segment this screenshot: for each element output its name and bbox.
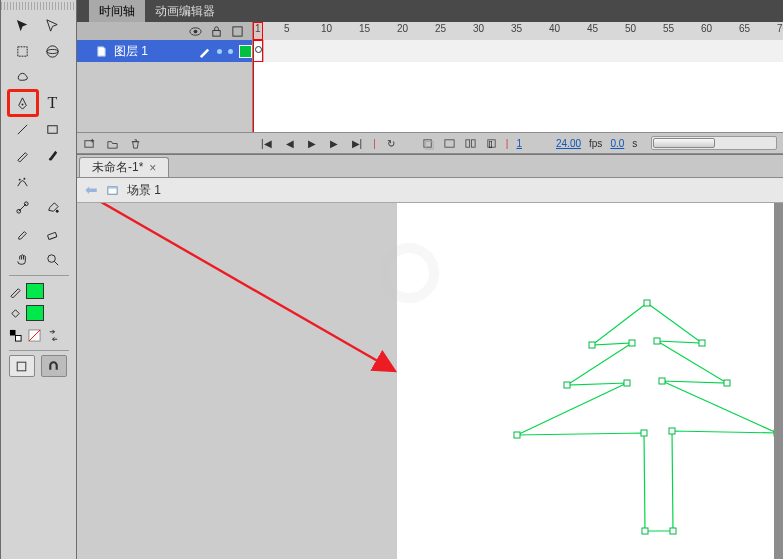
frame-ruler[interactable]: 1 5 10 15 20 25 30 35 40 45 50 55 60 65 … xyxy=(252,22,783,40)
timeline-scrollbar[interactable] xyxy=(651,136,777,150)
outline-icon[interactable] xyxy=(231,25,244,38)
black-and-white-icon[interactable] xyxy=(9,329,22,342)
scene-name[interactable]: 场景 1 xyxy=(127,182,161,199)
svg-rect-27 xyxy=(466,139,470,146)
svg-rect-46 xyxy=(629,340,635,346)
svg-rect-11 xyxy=(47,232,57,239)
line-tool[interactable] xyxy=(9,117,37,141)
svg-rect-42 xyxy=(641,430,647,436)
new-layer-icon[interactable] xyxy=(83,137,96,150)
svg-point-20 xyxy=(194,29,198,33)
svg-rect-34 xyxy=(699,340,705,346)
options-icon[interactable] xyxy=(9,355,35,377)
pen-tool[interactable] xyxy=(9,91,37,115)
zoom-tool[interactable] xyxy=(39,247,67,271)
bone-tool[interactable] xyxy=(9,195,37,219)
subselection-tool[interactable] xyxy=(39,13,67,37)
right-scroll-gutter xyxy=(774,203,783,559)
edit-bar: ⬅ 场景 1 xyxy=(77,178,783,203)
hand-tool[interactable] xyxy=(9,247,37,271)
svg-point-6 xyxy=(19,178,21,180)
document-tab[interactable]: 未命名-1* × xyxy=(79,157,169,177)
divider xyxy=(9,275,69,276)
svg-line-4 xyxy=(18,124,27,133)
loop-button[interactable]: ↻ xyxy=(384,138,398,149)
prev-frame-button[interactable]: ◀ xyxy=(283,138,297,149)
panel-tabbar: 时间轴 动画编辑器 xyxy=(77,0,783,22)
pencil-tool[interactable] xyxy=(9,143,37,167)
swap-colors-icon[interactable] xyxy=(47,329,60,342)
eraser-tool[interactable] xyxy=(39,221,67,245)
lasso-tool[interactable] xyxy=(9,65,37,89)
onion-skin-icon[interactable] xyxy=(422,137,435,150)
seconds-unit: s xyxy=(632,138,637,149)
svg-point-10 xyxy=(56,209,59,212)
elapsed-seconds[interactable]: 0.0 xyxy=(610,138,624,149)
play-button[interactable]: ▶ xyxy=(305,138,319,149)
fill-color-swatch[interactable] xyxy=(26,305,44,321)
ruler-tick: 40 xyxy=(549,23,560,34)
eyedropper-tool[interactable] xyxy=(9,221,37,245)
svg-rect-0 xyxy=(18,46,27,55)
ruler-tick: 70 xyxy=(777,23,783,34)
fill-bucket-icon xyxy=(9,307,22,320)
layer-row[interactable]: 图层 1 xyxy=(77,40,252,62)
svg-rect-44 xyxy=(624,380,630,386)
ruler-tick: 30 xyxy=(473,23,484,34)
ruler-tick: 5 xyxy=(284,23,290,34)
deco-tool[interactable] xyxy=(9,169,37,193)
back-icon[interactable]: ⬅ xyxy=(85,181,98,199)
layer-lock-dot[interactable] xyxy=(228,49,233,54)
svg-rect-22 xyxy=(233,26,242,35)
ruler-tick: 15 xyxy=(359,23,370,34)
timeline-panel: 1 5 10 15 20 25 30 35 40 45 50 55 60 65 … xyxy=(77,22,783,155)
stage-area[interactable] xyxy=(77,203,783,559)
first-frame-button[interactable]: |◀ xyxy=(258,138,275,149)
last-frame-button[interactable]: ▶| xyxy=(349,138,366,149)
current-frame[interactable]: 1 xyxy=(516,138,522,149)
fps-value[interactable]: 24.00 xyxy=(556,138,581,149)
delete-layer-icon[interactable] xyxy=(129,137,142,150)
layer-outline-swatch[interactable] xyxy=(239,45,252,58)
frame-track[interactable] xyxy=(252,40,783,62)
ruler-tick: 55 xyxy=(663,23,674,34)
lock-icon[interactable] xyxy=(210,25,223,38)
rectangle-tool[interactable] xyxy=(39,117,67,141)
paint-bucket-tool[interactable] xyxy=(39,195,67,219)
onion-outlines-icon[interactable] xyxy=(443,137,456,150)
ruler-tick: 1 xyxy=(255,23,261,34)
document-tab-label: 未命名-1* xyxy=(92,159,143,176)
selection-tool[interactable] xyxy=(9,13,37,37)
layer-list-empty xyxy=(77,62,253,132)
3d-rotation-tool[interactable] xyxy=(39,39,67,63)
layer-visibility-dot[interactable] xyxy=(217,49,222,54)
tab-timeline[interactable]: 时间轴 xyxy=(89,0,145,22)
brush-tool[interactable] xyxy=(39,143,67,167)
tool-panel: T xyxy=(0,0,77,559)
layer-name: 图层 1 xyxy=(114,43,148,60)
next-frame-button[interactable]: ▶ xyxy=(327,138,341,149)
panel-grip[interactable] xyxy=(1,2,76,10)
free-transform-tool[interactable] xyxy=(9,39,37,63)
stroke-color-swatch[interactable] xyxy=(26,283,44,299)
layer-page-icon xyxy=(95,45,108,58)
new-folder-icon[interactable] xyxy=(106,137,119,150)
no-color-icon[interactable] xyxy=(28,329,41,342)
tab-motion-editor[interactable]: 动画编辑器 xyxy=(145,0,225,22)
svg-rect-35 xyxy=(654,338,660,344)
tree-vector-shape[interactable] xyxy=(497,293,783,559)
close-tab-icon[interactable]: × xyxy=(149,161,156,175)
ruler-tick: 45 xyxy=(587,23,598,34)
svg-rect-18 xyxy=(17,362,26,371)
edit-multiple-icon[interactable] xyxy=(464,137,477,150)
snap-icon[interactable] xyxy=(41,355,67,377)
keyframe-1[interactable] xyxy=(253,40,264,62)
frame-area-empty xyxy=(253,62,783,132)
text-tool[interactable]: T xyxy=(39,91,67,115)
svg-rect-39 xyxy=(669,428,675,434)
scrollbar-thumb[interactable] xyxy=(653,138,715,148)
stage[interactable] xyxy=(397,203,783,559)
visibility-icon[interactable] xyxy=(189,25,202,38)
marker-icon[interactable]: [] xyxy=(485,137,498,150)
fps-unit: fps xyxy=(589,138,602,149)
